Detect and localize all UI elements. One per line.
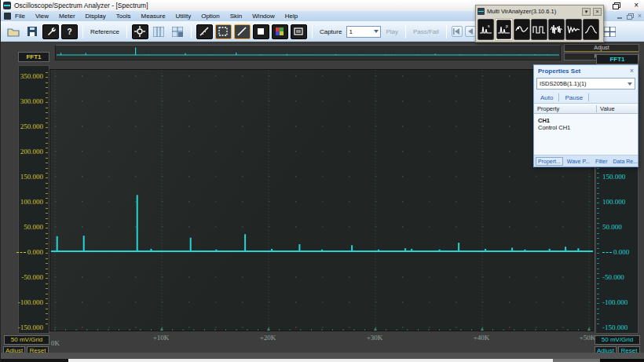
properties-tab-3[interactable]: Data Re... — [612, 158, 640, 165]
analyzer-title: Multi VirAnalyzer(3.10.6.1) — [487, 8, 580, 15]
window-bottom-edge — [1, 353, 644, 359]
y-tick-label: -100.000 — [602, 299, 639, 306]
properties-tabs: Propert...Wave P...FilterData Re... — [534, 155, 638, 167]
grid-columns-button[interactable] — [151, 24, 167, 39]
menu-item-view[interactable]: View — [35, 13, 49, 20]
menu-items: FileViewMeterDisplayToolsMeasureUtilityO… — [15, 13, 298, 20]
tile-grid-button[interactable] — [603, 26, 617, 38]
properties-table-header: Property Value — [534, 104, 638, 114]
square-wave-icon — [532, 24, 546, 35]
chevron-down-icon — [374, 30, 379, 33]
wrench-icon — [46, 26, 57, 37]
measure-ruler-button[interactable] — [196, 24, 213, 39]
color-palette-icon — [274, 26, 285, 37]
left-amplitude-scale[interactable]: 350.000300.000250.000200.000150.000100.0… — [18, 65, 49, 334]
device-select-value: ISDS205B(1.1)(1) — [540, 80, 587, 87]
calibrate-button[interactable] — [132, 24, 148, 39]
mdi-minimize-button[interactable] — [617, 17, 622, 19]
document-icon — [4, 13, 11, 20]
properties-tab-2[interactable]: Filter — [594, 158, 609, 165]
menu-item-meter[interactable]: Meter — [59, 13, 75, 20]
x-tick-label: +30K — [367, 334, 383, 342]
pass-fail-button[interactable]: Pass/Fail — [411, 28, 441, 35]
color-settings-button[interactable] — [272, 24, 288, 39]
reference-button[interactable]: Reference — [88, 28, 122, 35]
bell-curve-icon — [584, 24, 598, 35]
properties-set-panel: Properties Set × ISDS205B(1.1)(1) Auto P… — [533, 64, 639, 167]
mdi-restore-button[interactable] — [627, 13, 633, 19]
restore-window-button[interactable] — [613, 2, 620, 9]
properties-table-row[interactable]: CH1 Control CH1 — [534, 114, 638, 155]
menu-item-tools[interactable]: Tools — [116, 13, 131, 20]
pause-button[interactable]: Pause — [565, 94, 583, 101]
stop-square-icon — [255, 26, 266, 37]
y-tick-label: 50.000 — [9, 224, 43, 231]
y-tick-label: -50.000 — [9, 274, 43, 281]
folder-open-icon — [7, 26, 20, 37]
y-tick-label: 150.000 — [9, 174, 43, 181]
display-mode-button[interactable] — [291, 24, 307, 39]
spectrum-wave-icon: s — [479, 24, 492, 35]
analyzer-collapse-button[interactable]: ▾ — [582, 8, 591, 16]
multi-viranalyzer-window: Multi VirAnalyzer(3.10.6.1) ▾ × s p — [475, 5, 604, 42]
damped-wave-icon — [567, 24, 580, 35]
analyzer-title-bar[interactable]: Multi VirAnalyzer(3.10.6.1) ▾ × — [476, 5, 603, 17]
open-file-button[interactable] — [5, 24, 21, 39]
ruler-icon — [199, 26, 210, 37]
left-scale-unit: 50 mV/Grid — [4, 335, 49, 345]
tool-spectrum-pro-button[interactable]: p — [496, 20, 511, 39]
close-window-button[interactable]: × — [634, 2, 639, 9]
y-tick-label: 100.000 — [9, 199, 43, 206]
menu-item-option[interactable]: Option — [201, 13, 220, 20]
tool-filter-response-button[interactable] — [583, 19, 599, 40]
overview-adjust-button[interactable]: Adjust — [564, 44, 639, 52]
capture-count-value: 1 — [349, 28, 352, 35]
y-tick-label: -100.000 — [9, 299, 43, 306]
capture-count-select[interactable]: 1 — [346, 26, 381, 38]
analyzer-app-icon — [478, 8, 485, 15]
properties-close-button[interactable]: × — [630, 68, 634, 75]
prev-frame-button[interactable] — [465, 26, 476, 37]
first-frame-button[interactable] — [452, 26, 463, 37]
frequency-axis: +10K+20K+30K+40K+50K — [49, 332, 594, 343]
menu-item-utility[interactable]: Utility — [176, 13, 192, 20]
tool-damped-wave-button[interactable] — [565, 19, 582, 40]
properties-tab-0[interactable]: Propert... — [536, 157, 563, 166]
x-tick-label: +10K — [153, 334, 170, 342]
settings-tool-button[interactable] — [42, 24, 59, 39]
grid-panel-button[interactable] — [170, 24, 186, 39]
tile-grid-icon — [604, 27, 616, 37]
stop-button[interactable] — [253, 24, 269, 39]
menu-item-window[interactable]: Window — [252, 13, 274, 20]
menu-item-file[interactable]: File — [15, 13, 25, 20]
svg-text:p: p — [506, 24, 508, 28]
analyzer-close-button[interactable]: × — [593, 8, 602, 16]
tool-spectrum-pro-selected: p — [495, 18, 513, 41]
save-button[interactable] — [24, 24, 40, 39]
display-bars-icon — [293, 26, 304, 37]
tool-audio-analyzer-button[interactable] — [548, 19, 565, 40]
application-window: Oscilloscope/Spectrum Analyzer - [Spectr… — [0, 0, 644, 362]
menu-item-help[interactable]: Help — [285, 13, 298, 20]
menu-item-display[interactable]: Display — [86, 13, 106, 20]
snapshot-button[interactable] — [215, 24, 232, 39]
menu-item-skin[interactable]: Skin — [230, 13, 243, 20]
arrow-left-icon — [467, 28, 473, 35]
play-button[interactable]: Play — [383, 28, 401, 35]
properties-tab-1[interactable]: Wave P... — [565, 158, 591, 165]
menu-item-measure[interactable]: Measure — [141, 13, 165, 20]
help-button[interactable]: ? — [61, 24, 78, 39]
y-tick-label: 50.000 — [602, 224, 639, 231]
mdi-close-button[interactable]: × — [638, 13, 642, 19]
tool-vectorscope-button[interactable] — [514, 19, 530, 40]
cursor-line-button[interactable] — [234, 24, 251, 39]
auto-button[interactable]: Auto — [540, 94, 553, 101]
device-select[interactable]: ISDS205B(1.1)(1) — [536, 78, 635, 90]
tool-oscilloscope-spectrum-button[interactable]: s — [478, 19, 494, 40]
vector-wave-icon — [515, 24, 529, 35]
property-row-title: CH1 — [538, 117, 634, 124]
column-value: Value — [597, 105, 638, 112]
tool-logic-analyzer-button[interactable] — [531, 19, 547, 40]
question-mark-icon: ? — [67, 27, 71, 36]
app-icon — [3, 2, 11, 9]
